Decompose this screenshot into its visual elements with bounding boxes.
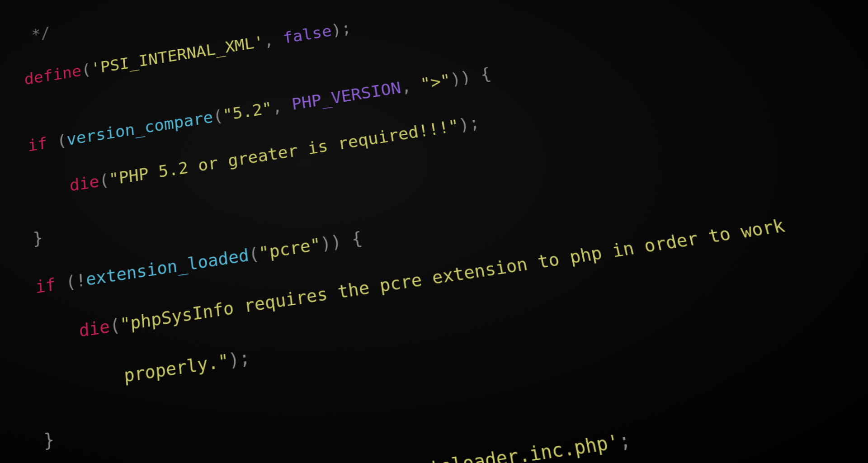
indent-token [38,321,80,347]
string-token: "pcre" [258,234,322,263]
indent-token [30,176,70,201]
comment-token: * [19,0,48,3]
keyword-token: if [35,274,56,297]
string-token: 'PSI_INTERNAL_XML' [90,33,265,78]
punct-token: , [263,29,284,50]
editor-viewport: * @var boolean */ define('PSI_INTERNAL_X… [0,0,868,463]
brace-token: } [43,429,55,452]
punct-token: ( [109,315,121,336]
keyword-token: define [24,61,82,88]
punct-token: ); [457,113,481,135]
string-token: "5.2" [222,99,274,124]
constant-token: PHP_VERSION [291,78,402,113]
punct-token: )) { [319,228,363,254]
punct-token: , [399,75,422,96]
punct-token: (! [55,270,87,294]
comment-token: */ [22,24,51,45]
punct-token: )) { [449,64,492,89]
punct-token: , [271,95,293,117]
punct-token: ( [99,170,110,191]
boolean-token: false [282,22,333,47]
function-token: extension_loaded [85,245,250,289]
keyword-token: die [78,316,110,341]
punct-token: ( [47,131,67,152]
string-token: properly." [40,350,230,399]
function-token: version_compare [66,108,214,149]
keyword-token: die [69,172,100,195]
string-token: '/includes/autoloader.inc.php' [285,430,621,463]
keyword-token: if [28,134,48,155]
brace-token: } [33,228,43,249]
punct-token: ); [330,19,352,39]
string-token: ">" [419,71,452,94]
punct-token: ); [228,347,251,371]
code-editor[interactable]: * @var boolean */ define('PSI_INTERNAL_X… [18,0,868,463]
